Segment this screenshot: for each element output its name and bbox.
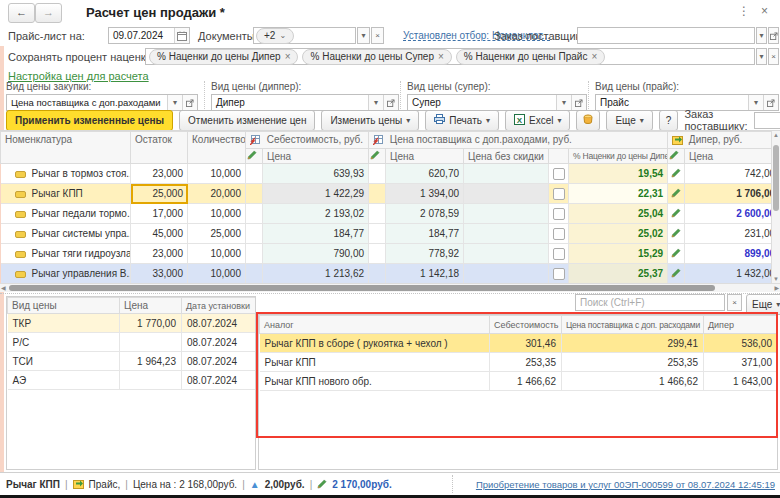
diper-price-cell[interactable]: 1 432,00 (685, 264, 780, 284)
row-checkbox[interactable] (549, 264, 569, 284)
diper-cell[interactable]: 371,00 (704, 353, 778, 372)
date-cell[interactable]: 08.07.2024 (182, 371, 256, 390)
price-no-discount-cell[interactable] (464, 264, 549, 284)
supplier-price-cell[interactable]: 2 078,59 (386, 204, 464, 224)
diper-cell[interactable]: 536,00 (704, 334, 778, 353)
documents-tag[interactable]: +2 ⌄ (256, 28, 294, 44)
date-cell[interactable]: 08.07.2024 (182, 333, 256, 352)
stock-cell[interactable]: 23,000 (131, 244, 188, 264)
close-icon[interactable]: × (761, 4, 768, 18)
table-row[interactable]: Рычаг КПП в сборе ( рукоятка + чехол ) 3… (260, 334, 778, 353)
price-type-cell[interactable]: ТКР (8, 314, 120, 333)
qty-cell[interactable]: 20,000 (188, 184, 246, 204)
diper-price-cell[interactable]: 899,00 (685, 244, 780, 264)
table-row[interactable]: Рычаг в тормоз стоя... 23,000 10,000 639… (1, 164, 780, 184)
subcol-supplier-price[interactable]: Цена (386, 149, 464, 164)
dropdown-icon[interactable]: ▾ (167, 95, 182, 110)
search-input[interactable] (575, 294, 725, 311)
analog-name-cell[interactable]: Рычаг КПП нового обр. (260, 372, 490, 391)
dropdown-icon[interactable]: ▾ (748, 95, 763, 110)
col-header-date[interactable]: Дата установки (182, 298, 256, 314)
stock-cell[interactable]: 17,000 (131, 204, 188, 224)
price-cell[interactable]: 1 964,23 (120, 352, 182, 371)
tag-remove-icon[interactable]: × (438, 51, 444, 62)
diper-price-cell[interactable]: 231,00 (685, 224, 780, 244)
cost-cell[interactable]: 790,00 (263, 244, 369, 264)
supplier-price-cell[interactable]: 253,35 (562, 353, 704, 372)
analog-more-button[interactable]: Еще▾ (746, 294, 780, 315)
date-cell[interactable]: 08.07.2024 (182, 314, 256, 333)
diper-price-cell[interactable]: 2 600,00 (685, 204, 780, 224)
qty-cell[interactable]: 10,000 (188, 204, 246, 224)
documents-dropdown-button[interactable]: ▾ (357, 27, 370, 44)
pencil-icon[interactable] (668, 224, 685, 244)
row-checkbox[interactable] (549, 184, 569, 204)
cost-cell[interactable]: 1 466,62 (490, 372, 562, 391)
qty-cell[interactable]: 10,000 (188, 164, 246, 184)
table-row[interactable]: Рычаг системы упра... 45,000 25,000 184,… (1, 224, 780, 244)
scrollbar-thumb[interactable] (9, 285, 715, 291)
col-header-qty[interactable]: Количество (188, 132, 246, 164)
documents-clear-button[interactable]: × (371, 27, 384, 44)
scroll-up-icon[interactable]: ▲ (772, 131, 780, 140)
price-cell[interactable]: 1 770,00 (120, 314, 182, 333)
table-row[interactable]: Рычаг тяги гидроузла 23,000 10,000 790,0… (1, 244, 780, 264)
pencil-icon[interactable] (668, 264, 685, 284)
super-price-type-field[interactable]: Супер ▾ (407, 94, 587, 111)
cost-cell[interactable]: 639,93 (263, 164, 369, 184)
stock-cell[interactable]: 45,000 (131, 224, 188, 244)
qty-cell[interactable]: 10,000 (188, 264, 246, 284)
supplier-price-cell[interactable]: 620,70 (386, 164, 464, 184)
tag-remove-icon[interactable]: × (591, 51, 597, 62)
scrollbar-thumb[interactable] (773, 145, 779, 211)
markup-tags-clear[interactable]: × (768, 48, 779, 65)
vertical-scrollbar[interactable]: ▲ ▼ (771, 131, 780, 284)
subcol-cost-price[interactable]: Цена (263, 149, 369, 164)
scroll-right-icon[interactable]: ▶ (774, 284, 779, 293)
markup-tag[interactable]: % Наценки до цены Прайс× (456, 49, 605, 65)
row-checkbox[interactable] (549, 244, 569, 264)
table-row[interactable]: ТСИ 1 964,23 08.07.2024 (8, 352, 256, 371)
supplier-order-dropdown[interactable]: ▾ (756, 27, 767, 44)
supplier-order-input[interactable] (577, 27, 755, 44)
search-clear-button[interactable]: × (727, 294, 742, 311)
cost-cell[interactable]: 1 422,29 (263, 184, 369, 204)
col-header-cost[interactable]: Себестоимость (490, 316, 562, 334)
price-cell[interactable] (120, 333, 182, 352)
stock-cell[interactable]: 33,000 (131, 264, 188, 284)
analog-name-cell[interactable]: Рычаг КПП в сборе ( рукоятка + чехол ) (260, 334, 490, 353)
pencil-icon[interactable] (668, 244, 685, 264)
choose-icon[interactable] (182, 95, 197, 110)
table-row[interactable]: ТКР 1 770,00 08.07.2024 (8, 314, 256, 333)
toolbar-supplier-order-input[interactable] (754, 112, 780, 129)
price-no-discount-cell[interactable] (464, 224, 549, 244)
cancel-price-changes-button[interactable]: Отменить изменение цен (179, 110, 315, 131)
qty-cell[interactable]: 25,000 (188, 224, 246, 244)
supplier-price-cell[interactable]: 1 142,18 (386, 264, 464, 284)
supplier-price-cell[interactable]: 1 466,62 (562, 372, 704, 391)
markup-cell[interactable]: 22,31 (569, 184, 668, 204)
pencil-icon[interactable] (668, 204, 685, 224)
col-header-diper[interactable]: Дипер (704, 316, 778, 334)
markup-cell[interactable]: 15,29 (569, 244, 668, 264)
col-group-supplier-price[interactable]: Цена поставщика с доп.раходами, руб. (369, 132, 668, 149)
choose-icon[interactable] (571, 95, 586, 110)
table-row[interactable]: Рычаг управления В... 33,000 10,000 1 21… (1, 264, 780, 284)
supplier-order-choose-icon[interactable] (768, 27, 779, 44)
stock-cell[interactable]: 23,000 (131, 164, 188, 184)
price-no-discount-cell[interactable] (464, 204, 549, 224)
item-cell[interactable]: Рычаг системы упра... (1, 224, 131, 244)
price-list-date-field[interactable]: 09.07.2024 (108, 27, 190, 44)
documents-field[interactable]: +2 ⌄ (253, 27, 356, 44)
date-cell[interactable]: 08.07.2024 (182, 352, 256, 371)
supplier-price-cell[interactable]: 1 394,00 (386, 184, 464, 204)
back-button[interactable]: ← (8, 3, 35, 23)
table-row[interactable]: АЭ 08.07.2024 (8, 371, 256, 390)
cost-cell[interactable]: 1 213,62 (263, 264, 369, 284)
col-header-stock[interactable]: Остаток (131, 132, 188, 164)
table-row[interactable]: Р/С 08.07.2024 (8, 333, 256, 352)
choose-icon[interactable] (383, 95, 398, 110)
scroll-left-icon[interactable]: ◀ (1, 284, 6, 293)
item-cell[interactable]: Рычаг КПП (1, 184, 131, 204)
table-row[interactable]: Рычаг КПП нового обр. 1 466,62 1 466,62 … (260, 372, 778, 391)
